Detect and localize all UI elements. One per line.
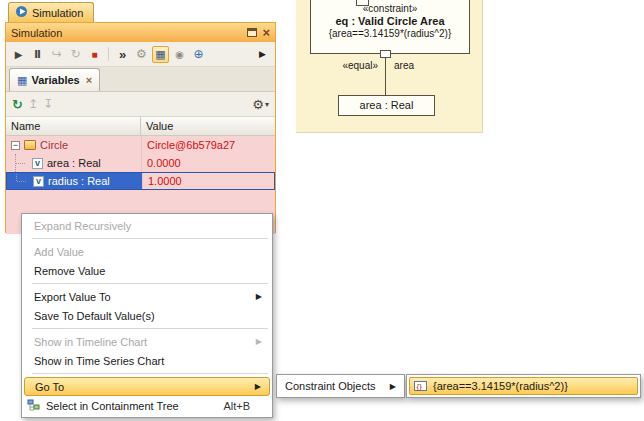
menu-item-label: Export Value To [34, 291, 111, 303]
value-property-icon: v [33, 176, 44, 187]
submenu-arrow-icon: ▶ [390, 382, 396, 391]
row-name: area : Real [47, 157, 101, 169]
web-server-icon[interactable]: ⊕ [190, 46, 207, 63]
stop-icon[interactable]: ■ [86, 46, 103, 63]
table-options-group[interactable]: ⚙ ▾ [252, 97, 269, 112]
context-menu: Expand Recursively Add Value Remove Valu… [21, 213, 273, 418]
connector-stub [356, 0, 369, 6]
gear-icon[interactable]: ⚙ [252, 97, 264, 112]
export-icon: ↥ [28, 97, 38, 111]
variables-toolbar: ↻ ↥ ↧ ⚙ ▾ [6, 92, 275, 117]
menu-item-label: Constraint Objects [285, 380, 375, 392]
import-icon: ↧ [43, 97, 53, 111]
submenu-arrow-icon: ▶ [256, 292, 262, 301]
column-header-value[interactable]: Value [141, 117, 275, 135]
menu-item-expand-recursively: Expand Recursively [22, 216, 272, 235]
menu-item-remove-value[interactable]: Remove Value [22, 261, 272, 280]
menu-item-label: Select in Containment Tree [46, 400, 179, 412]
connector-role-label: area [394, 60, 414, 71]
part-property-label: area : Real [360, 99, 414, 111]
table-row-area[interactable]: v area : Real 0.0000 [6, 154, 275, 172]
dock-tab-label: Simulation [32, 7, 83, 19]
menu-item-select-in-containment-tree[interactable]: Select in Containment Tree Alt+B [22, 396, 272, 415]
float-window-icon[interactable] [247, 28, 257, 37]
row-name: radius : Real [48, 175, 110, 187]
containment-tree-icon [27, 399, 42, 412]
menu-item-show-in-time-series-chart[interactable]: Show in Time Series Chart [22, 351, 272, 370]
menu-separator [32, 328, 268, 329]
menu-item-label: Save To Default Value(s) [34, 310, 155, 322]
menu-item-label: Go To [35, 381, 64, 393]
tree-line [14, 154, 32, 172]
table-row-radius[interactable]: v radius : Real 1.0000 [6, 172, 275, 190]
resume-icon[interactable]: » [114, 46, 131, 63]
name-cell: v radius : Real [7, 173, 142, 189]
animation-options-icon[interactable]: ⚙ [133, 46, 150, 63]
table-row-circle[interactable]: − Circle Circle@6b579a27 [6, 136, 275, 154]
simulation-icon [15, 5, 28, 20]
menu-item-label: Add Value [34, 246, 84, 258]
menu-item-label: {area==3.14159*(radius^2)} [433, 380, 568, 392]
connector-end-square [380, 50, 391, 58]
tab-close-icon[interactable]: × [86, 74, 92, 86]
simulation-toolbar: ▶ Ⅱ ↪ ↻ ■ » ⚙ ▦ ◉ ⊕ ▶ [6, 42, 275, 67]
value-cell[interactable]: 0.0000 [141, 154, 275, 172]
table-header: Name Value [6, 117, 275, 136]
menu-item-constraint-objects[interactable]: Constraint Objects ▶ [279, 377, 402, 395]
instance-icon [24, 140, 36, 150]
part-property-box[interactable]: area : Real [338, 95, 435, 116]
menu-item-label: Remove Value [34, 265, 105, 277]
panel-titlebar: Simulation × [6, 23, 275, 42]
run-icon[interactable]: ▶ [10, 46, 27, 63]
column-header-name[interactable]: Name [6, 117, 141, 135]
submenu-constraint-objects: Constraint Objects ▶ [276, 374, 405, 398]
constraint-expression: {area==3.14159*(radius^2)} [311, 28, 469, 39]
menu-item-label: Expand Recursively [34, 220, 131, 232]
variables-tab-label: Variables [31, 74, 79, 86]
menu-item-go-to[interactable]: Go To ▶ [24, 377, 270, 396]
panel-title: Simulation [11, 27, 242, 39]
submenu-arrow-icon: ▶ [256, 337, 262, 346]
menu-item-label: Show in Time Series Chart [34, 355, 164, 367]
constraint-stereotype: «constraint» [311, 3, 469, 14]
menu-separator [32, 283, 268, 284]
value-property-icon: v [32, 158, 43, 169]
menu-item-show-in-timeline-chart: Show in Timeline Chart ▶ [22, 332, 272, 351]
simulation-dock-tab[interactable]: Simulation [8, 2, 94, 22]
step-over-icon: ↻ [67, 46, 84, 63]
menu-separator [32, 373, 268, 374]
menu-shortcut: Alt+B [223, 400, 262, 412]
tab-strip: ▦ Variables × [6, 67, 275, 92]
constraint-name: eq : Valid Circle Area [311, 15, 469, 27]
screenshot-root: «constraint» eq : Valid Circle Area {are… [0, 0, 644, 421]
menu-item-label: Show in Timeline Chart [34, 336, 147, 348]
binding-connector-line [385, 58, 386, 95]
simulation-panel: Simulation × ▶ Ⅱ ↪ ↻ ■ » ⚙ ▦ ◉ ⊕ ▶ ▦ Var… [5, 22, 276, 233]
constraint-object-icon: {} [414, 380, 429, 392]
pause-icon[interactable]: Ⅱ [29, 46, 46, 63]
variables-tab-icon: ▦ [17, 74, 27, 87]
collapse-icon[interactable]: − [11, 141, 20, 150]
close-icon[interactable]: × [262, 26, 270, 39]
menu-separator [32, 238, 268, 239]
value-cell[interactable]: 1.0000 [142, 173, 274, 189]
name-cell: − Circle [6, 136, 141, 154]
tree-line [15, 173, 33, 189]
svg-text:{}: {} [417, 382, 423, 391]
toolbar-separator [108, 47, 109, 61]
menu-item-constraint-expression[interactable]: {} {area==3.14159*(radius^2)} [409, 377, 638, 395]
refresh-icon[interactable]: ↻ [12, 97, 23, 112]
breakpoints-icon[interactable]: ◉ [171, 46, 188, 63]
submenu-constraint-expression: {} {area==3.14159*(radius^2)} [406, 374, 641, 398]
variables-toggle-icon[interactable]: ▦ [152, 46, 169, 63]
value-cell[interactable]: Circle@6b579a27 [141, 136, 275, 154]
menu-item-export-value-to[interactable]: Export Value To ▶ [22, 287, 272, 306]
chevron-down-icon: ▾ [265, 100, 269, 109]
step-into-icon: ↪ [48, 46, 65, 63]
menu-item-save-to-default-values[interactable]: Save To Default Value(s) [22, 306, 272, 325]
row-name: Circle [40, 139, 68, 151]
constraint-node[interactable]: «constraint» eq : Valid Circle Area {are… [310, 0, 470, 54]
tab-variables[interactable]: ▦ Variables × [9, 68, 100, 91]
menu-item-add-value: Add Value [22, 242, 272, 261]
toolbar-overflow-icon[interactable]: ▶ [254, 46, 271, 63]
